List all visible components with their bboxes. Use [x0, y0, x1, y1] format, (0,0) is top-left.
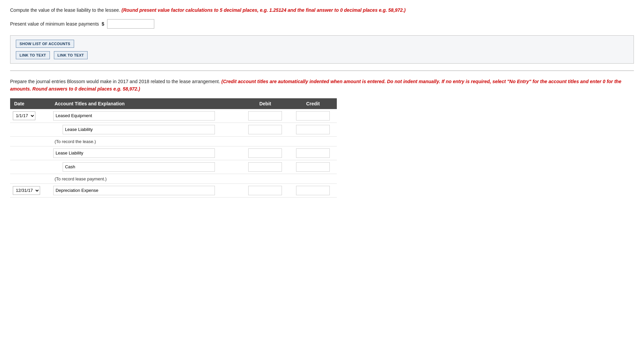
note-date-1 [10, 136, 51, 146]
table-row-note: (To record the lease.) [10, 136, 337, 146]
credit-input-4[interactable] [296, 162, 330, 172]
account-input-4[interactable] [63, 162, 215, 172]
date-select-5[interactable]: 12/31/17 [13, 186, 40, 195]
date-select-1[interactable]: 1/1/17 [13, 111, 35, 120]
pv-row: Present value of minimum lease payments … [10, 19, 634, 29]
header-debit: Debit [242, 98, 289, 109]
note-cell-1: (To record the lease.) [51, 136, 337, 146]
pv-input[interactable] [107, 19, 154, 29]
debit-cell-4 [242, 160, 289, 174]
link-buttons-row: LINK TO TEXT LINK TO TEXT [16, 51, 628, 59]
instruction-red-text: (Round present value factor calculations… [122, 7, 406, 13]
date-cell-5: 12/31/17 [10, 183, 51, 197]
journal-table: Date Account Titles and Explanation Debi… [10, 98, 337, 198]
header-account: Account Titles and Explanation [51, 98, 242, 109]
instruction-normal-text: Compute the value of the lease liability… [10, 7, 120, 13]
table-row-note: (To record lease payment.) [10, 174, 337, 183]
account-input-2[interactable] [63, 125, 215, 134]
link-to-text-button-2[interactable]: LINK TO TEXT [54, 51, 88, 59]
date-cell-1: 1/1/17 [10, 109, 51, 123]
date-cell-4 [10, 160, 51, 174]
account-cell-1 [51, 109, 242, 123]
credit-cell-5 [289, 183, 337, 197]
debit-cell-1 [242, 109, 289, 123]
account-cell-2 [51, 123, 242, 136]
account-cell-3 [51, 146, 242, 160]
credit-input-1[interactable] [296, 111, 330, 121]
section1-instruction: Compute the value of the lease liability… [10, 7, 634, 14]
header-credit: Credit [289, 98, 337, 109]
table-row: 12/31/17 [10, 183, 337, 197]
note-cell-2: (To record lease payment.) [51, 174, 337, 183]
credit-cell-4 [289, 160, 337, 174]
note-text-2: (To record lease payment.) [53, 176, 107, 181]
account-input-5[interactable] [53, 186, 215, 195]
account-input-1[interactable] [53, 111, 215, 121]
accounts-box: SHOW LIST OF ACCOUNTS LINK TO TEXT LINK … [10, 35, 634, 64]
header-date: Date [10, 98, 51, 109]
table-header-row: Date Account Titles and Explanation Debi… [10, 98, 337, 109]
journal-instruction-normal: Prepare the journal entries Blossom woul… [10, 79, 220, 84]
table-row [10, 160, 337, 174]
account-input-3[interactable] [53, 148, 215, 158]
debit-cell-5 [242, 183, 289, 197]
section2-instruction: Prepare the journal entries Blossom woul… [10, 78, 634, 93]
note-text-1: (To record the lease.) [53, 139, 96, 144]
credit-input-5[interactable] [296, 186, 330, 195]
credit-cell-1 [289, 109, 337, 123]
credit-input-3[interactable] [296, 148, 330, 158]
debit-cell-3 [242, 146, 289, 160]
debit-input-5[interactable] [248, 186, 282, 195]
account-cell-5 [51, 183, 242, 197]
debit-cell-2 [242, 123, 289, 136]
table-row [10, 146, 337, 160]
debit-input-3[interactable] [248, 148, 282, 158]
date-cell-3 [10, 146, 51, 160]
section-divider [10, 70, 634, 71]
debit-input-4[interactable] [248, 162, 282, 172]
table-row [10, 123, 337, 136]
credit-cell-3 [289, 146, 337, 160]
debit-input-2[interactable] [248, 125, 282, 134]
show-accounts-button[interactable]: SHOW LIST OF ACCOUNTS [16, 40, 74, 48]
debit-input-1[interactable] [248, 111, 282, 121]
credit-cell-2 [289, 123, 337, 136]
pv-label: Present value of minimum lease payments [10, 21, 99, 27]
credit-input-2[interactable] [296, 125, 330, 134]
link-to-text-button-1[interactable]: LINK TO TEXT [16, 51, 50, 59]
note-date-2 [10, 174, 51, 183]
table-row: 1/1/17 [10, 109, 337, 123]
date-cell-2 [10, 123, 51, 136]
account-cell-4 [51, 160, 242, 174]
dollar-sign: $ [102, 21, 104, 27]
